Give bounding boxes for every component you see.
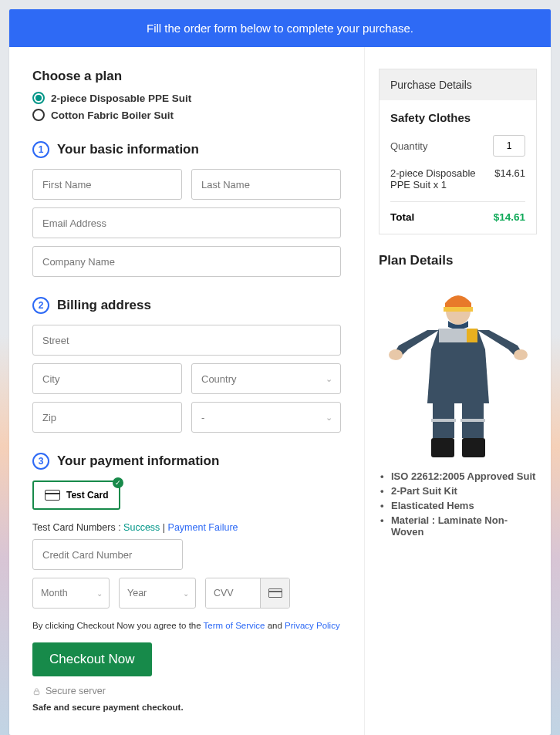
chevron-down-icon: ⌄ [326, 374, 332, 384]
plan-bullet-list: ISO 22612:2005 Approved Suit 2-Part Suit… [379, 470, 537, 538]
card-icon [45, 490, 60, 501]
svg-rect-10 [460, 419, 485, 422]
test-failure-link[interactable]: Payment Failure [168, 522, 238, 533]
privacy-link[interactable]: Privacy Policy [285, 621, 340, 630]
purchase-details-box: Purchase Details Safety Clothes Quantity… [379, 69, 537, 234]
line-item-name: 2-piece Disposable PPE Suit x 1 [390, 167, 494, 190]
street-input[interactable] [32, 325, 341, 356]
checkout-button[interactable]: Checkout Now [32, 642, 152, 676]
worker-illustration-icon [385, 284, 531, 461]
plan-option-ppe[interactable]: 2-piece Disposable PPE Suit [32, 92, 341, 104]
right-column: Purchase Details Safety Clothes Quantity… [365, 47, 551, 735]
cvv-input[interactable] [206, 578, 260, 608]
hint-sep: | [160, 522, 167, 533]
svg-rect-12 [462, 438, 485, 457]
hint-prefix: Test Card Numbers : [32, 522, 123, 533]
exp-month-select[interactable]: Month ⌄ [32, 578, 110, 609]
secure-label: Secure server [46, 686, 106, 696]
purchase-details-header: Purchase Details [380, 69, 536, 100]
plan-option-label: 2-piece Disposable PPE Suit [51, 93, 191, 104]
chevron-down-icon: ⌄ [326, 413, 332, 423]
plan-bullet: Material : Laminate Non-Woven [391, 514, 537, 538]
total-label: Total [390, 211, 414, 223]
svg-point-5 [389, 349, 403, 360]
step-title: Your basic information [57, 142, 199, 157]
city-input[interactable] [32, 363, 182, 394]
select-text: Month [41, 588, 68, 598]
left-column: Choose a plan 2-piece Disposable PPE Sui… [9, 47, 365, 735]
svg-rect-9 [431, 419, 456, 422]
test-card-hint: Test Card Numbers : Success | Payment Fa… [32, 522, 341, 533]
svg-rect-4 [467, 329, 477, 342]
agree-text: By clicking Checkout Now you agree to th… [32, 621, 341, 630]
step-number-icon: 1 [32, 141, 49, 158]
plan-details-title: Plan Details [379, 253, 537, 268]
state-select[interactable]: - ⌄ [191, 402, 341, 433]
payment-method-test-card[interactable]: ✓ Test Card [32, 480, 120, 510]
select-text: Country [201, 373, 237, 385]
order-form-card: Fill the order form below to complete yo… [9, 9, 551, 735]
email-input[interactable] [32, 207, 341, 238]
country-select[interactable]: Country ⌄ [191, 363, 341, 394]
select-text: - [201, 412, 204, 423]
svg-rect-2 [444, 307, 473, 312]
test-success-link[interactable]: Success [123, 522, 160, 533]
step-title: Billing address [57, 298, 151, 313]
last-name-input[interactable] [191, 169, 341, 200]
first-name-input[interactable] [32, 169, 182, 200]
step-number-icon: 2 [32, 297, 49, 314]
purchase-subtitle: Safety Clothes [390, 111, 525, 124]
step-payment-header: 3 Your payment information [32, 453, 341, 470]
plan-bullet: Elasticated Hems [391, 500, 537, 511]
secure-server: Secure server [32, 686, 341, 696]
total-row: Total $14.61 [390, 211, 525, 223]
plan-option-label: Cotton Fabric Boiler Suit [51, 110, 174, 121]
safe-label: Safe and secure payment checkout. [32, 703, 341, 712]
check-icon: ✓ [113, 477, 123, 488]
line-item: 2-piece Disposable PPE Suit x 1 $14.61 [390, 167, 525, 202]
card-back-icon [260, 578, 289, 608]
quantity-input[interactable] [493, 135, 525, 157]
tos-link[interactable]: Term of Service [204, 621, 265, 630]
zip-input[interactable] [32, 402, 182, 433]
radio-icon [32, 109, 45, 121]
select-text: Year [127, 588, 147, 598]
choose-plan-title: Choose a plan [32, 69, 341, 84]
step-billing-header: 2 Billing address [32, 297, 341, 314]
plan-option-boiler[interactable]: Cotton Fabric Boiler Suit [32, 109, 341, 121]
chevron-down-icon: ⌄ [96, 589, 103, 598]
plan-image [379, 276, 537, 461]
chevron-down-icon: ⌄ [183, 589, 189, 598]
total-price: $14.61 [494, 211, 525, 223]
svg-point-6 [514, 349, 528, 360]
exp-year-select[interactable]: Year ⌄ [119, 578, 196, 609]
quantity-label: Quantity [390, 140, 427, 152]
lock-icon [32, 687, 41, 696]
cvv-wrap [205, 578, 290, 609]
agree-prefix: By clicking Checkout Now you agree to th… [32, 621, 204, 630]
line-item-price: $14.61 [494, 167, 525, 190]
step-number-icon: 3 [32, 453, 49, 470]
plan-bullet: 2-Part Suit Kit [391, 485, 537, 497]
plan-bullet: ISO 22612:2005 Approved Suit [391, 470, 537, 482]
svg-rect-0 [34, 691, 39, 695]
company-input[interactable] [32, 246, 341, 277]
agree-mid: and [265, 621, 285, 630]
payment-method-label: Test Card [66, 490, 108, 501]
radio-icon [32, 92, 45, 104]
cc-number-input[interactable] [32, 539, 183, 570]
banner: Fill the order form below to complete yo… [9, 9, 551, 47]
step-title: Your payment information [57, 453, 219, 469]
step-basic-header: 1 Your basic information [32, 141, 341, 158]
svg-rect-11 [431, 438, 454, 457]
